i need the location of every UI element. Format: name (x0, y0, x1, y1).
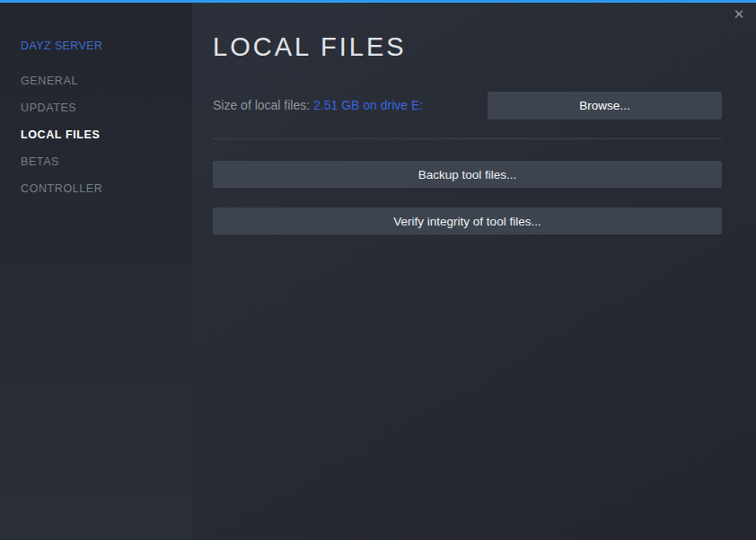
sidebar-item-controller[interactable]: CONTROLLER (0, 175, 192, 202)
sidebar-item-updates[interactable]: UPDATES (0, 94, 192, 121)
sidebar-item-general[interactable]: GENERAL (0, 67, 192, 94)
main-panel: ✕ LOCAL FILES Size of local files: 2.51 … (192, 3, 756, 540)
properties-dialog: DAYZ SERVER GENERAL UPDATES LOCAL FILES … (0, 0, 756, 540)
sidebar-nav: GENERAL UPDATES LOCAL FILES BETAS CONTRO… (0, 67, 192, 202)
browse-button[interactable]: Browse... (488, 92, 722, 120)
size-value: 2.51 GB on drive E: (313, 98, 423, 112)
local-files-size-row: Size of local files: 2.51 GB on drive E:… (213, 92, 722, 120)
sidebar-item-betas[interactable]: BETAS (0, 148, 192, 175)
sidebar: DAYZ SERVER GENERAL UPDATES LOCAL FILES … (0, 3, 192, 540)
close-icon[interactable]: ✕ (729, 4, 749, 24)
verify-integrity-button[interactable]: Verify integrity of tool files... (213, 208, 722, 235)
section-divider (213, 138, 722, 139)
app-title: DAYZ SERVER (21, 40, 102, 52)
top-accent-line (0, 0, 756, 3)
size-label: Size of local files: (213, 98, 313, 112)
sidebar-item-local-files[interactable]: LOCAL FILES (0, 121, 192, 148)
page-title: LOCAL FILES (213, 32, 407, 62)
backup-tool-files-button[interactable]: Backup tool files... (213, 161, 722, 188)
size-of-local-files-text: Size of local files: 2.51 GB on drive E: (213, 92, 423, 120)
